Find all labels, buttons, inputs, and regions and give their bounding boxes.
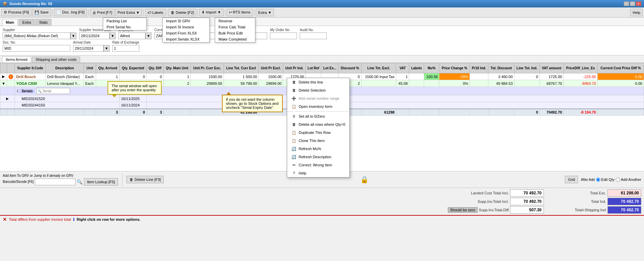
context-help-item[interactable]: ? Help (287, 169, 349, 177)
row-expand-1[interactable]: ▶ (0, 73, 7, 80)
cell-vat-1[interactable]: 1 (396, 73, 409, 80)
serials-tab[interactable]: Serials (20, 89, 35, 93)
tab-extra[interactable]: Extra (19, 19, 35, 26)
force-calc-total-item[interactable]: Force Calc Total (215, 24, 255, 30)
delete-this-line-item[interactable]: 🗑 Delete this line (287, 78, 349, 86)
delete-button[interactable]: 🗑 Delete [F2] (168, 9, 196, 16)
save-button[interactable]: 💾 Save (32, 9, 51, 16)
refresh-description-item[interactable]: 🔄 Refresh Description (287, 153, 349, 161)
cell-unit-pr-excl-1[interactable]: 1500.00 (259, 73, 283, 80)
cell-vat-amount-1[interactable]: 1725.00 (539, 73, 564, 80)
employee-input[interactable] (118, 32, 145, 39)
cell-current-cost-2[interactable]: 0.00 (597, 80, 644, 87)
packing-list-item[interactable]: Packing List (103, 18, 146, 24)
employee-dropdown[interactable]: ▼ (145, 32, 152, 39)
cell-supplier-code-1[interactable]: Drill Bosch (15, 73, 45, 80)
process-button[interactable]: ⚙ Process [F9] (1, 9, 31, 16)
cell-line-tot-excl-1[interactable]: 1500.00 Input Tax (361, 73, 396, 80)
tab-stats[interactable]: Stats (36, 19, 51, 26)
rate-input[interactable] (112, 45, 139, 52)
cell-description-2[interactable]: Lenovo Ideapad Y... (46, 80, 84, 87)
cell-qty-expected-1[interactable]: 0 (119, 73, 146, 80)
make-completed-item[interactable]: Make Completed (215, 36, 255, 42)
minimize-button[interactable]: ─ (624, 1, 629, 6)
cell-unit-1[interactable]: Each (84, 73, 96, 80)
print-button[interactable]: 🖨 Print [F7] (90, 9, 115, 16)
import-button[interactable]: ⬇ Import ▼ (199, 9, 223, 16)
import-serials-xlsx-item[interactable]: Import Serials XLSX (163, 36, 209, 42)
item-lookup-button[interactable]: Item Lookup [F5] (84, 178, 118, 186)
cell-vat-2[interactable]: 45.08 (396, 80, 409, 87)
correct-wrong-item[interactable]: ✏ Correct: Wrong Item (287, 161, 349, 169)
add-another-option[interactable]: Add Another (616, 177, 641, 182)
should-be-zero-button[interactable]: Should be zero (448, 207, 478, 213)
cell-tot-discount-2[interactable]: 49 884.53 (488, 80, 514, 87)
delete-zero-rows-item[interactable]: 🗑 Delete all rows where Qty=0 (287, 120, 349, 128)
doc-img-button[interactable]: 📄 Doc. Img [F8] (54, 9, 87, 16)
refresh-mu-item[interactable]: 🔄 Refresh Mu% (287, 145, 349, 153)
my-order-no-input[interactable] (270, 32, 297, 39)
cell-line-tot-excl-2[interactable] (361, 80, 396, 87)
audit-no-input[interactable] (300, 32, 327, 39)
cell-mu-2[interactable] (424, 80, 439, 87)
close-button[interactable]: ✕ (636, 1, 641, 6)
row-expand-2[interactable]: ▼ (0, 80, 7, 87)
add-another-radio[interactable] (616, 177, 620, 182)
cell-line-tot-curr-2[interactable]: 59 798.00 (224, 80, 259, 87)
edit-qty-option[interactable]: Edit Qty (596, 177, 614, 182)
duplicate-row-item[interactable]: 📋 Duplicate This Row (287, 128, 349, 137)
rts-items-button[interactable]: ↩ RTS Items (227, 9, 253, 16)
cell-pr10-2[interactable] (470, 80, 488, 87)
cell-labels-1[interactable] (409, 73, 424, 80)
extra-button[interactable]: Extra ▼ (256, 9, 274, 16)
bulk-price-edit-item[interactable]: Bulk Price Edit (215, 30, 255, 36)
reverse-item[interactable]: Reverse (215, 18, 255, 24)
set-all-zero-item[interactable]: 0 Set all to 0/Zero (287, 112, 349, 120)
cell-unit-pr-curr-2[interactable]: 29899.00 (191, 80, 224, 87)
cell-line-tot-ind-2[interactable] (514, 80, 539, 87)
grid-button[interactable]: Grid (565, 176, 578, 183)
cell-unit-pr-excl-2[interactable]: 29899.00 (259, 80, 283, 87)
cell-price-diff-1[interactable]: -225.00 (564, 73, 597, 80)
import-from-xlsx-item[interactable]: Import From XLSX (163, 30, 209, 36)
cell-qty-main-2[interactable]: 2 (163, 80, 190, 87)
print-serial-no-item[interactable]: Print Serial No. (103, 24, 146, 30)
arrival-date-dropdown[interactable]: ▼ (104, 45, 110, 52)
cell-line-tot-curr-1[interactable]: 1 500.00 (224, 73, 259, 80)
cell-description-1[interactable]: Drill Bosch (Similar) (46, 73, 84, 80)
doc-no-input[interactable] (3, 45, 70, 52)
delete-line-button[interactable]: 🗑 Delete Line [F3] (127, 176, 164, 183)
clone-item-item[interactable]: 📋 Clone This Item (287, 137, 349, 145)
cell-qty-main-1[interactable]: 1 (163, 73, 190, 80)
delete-selection-item[interactable]: 🗑 Delete Selection (287, 86, 349, 94)
supplier-dropdown-btn[interactable]: ▼ (70, 32, 76, 39)
cell-price-change-1[interactable]: -28% (439, 73, 470, 80)
labels-button[interactable]: 🏷 Labels (145, 9, 165, 16)
cell-unit-pr-curr-1[interactable]: 1500.00 (191, 73, 224, 80)
import-si-invoice-item[interactable]: Import SI Invoice (163, 24, 209, 30)
maximize-button[interactable]: □ (630, 1, 635, 6)
print-extra-button[interactable]: Print Extra ▼ (115, 9, 142, 16)
supplier-invoice-date-dropdown[interactable]: ▼ (110, 32, 116, 39)
open-inventory-item[interactable]: 📋 Open inventory form (287, 102, 349, 111)
supplier-input[interactable] (3, 32, 70, 39)
cell-vat-amount-2[interactable]: 68767.70 (539, 80, 564, 87)
cell-mu-1[interactable]: 100.58 (424, 73, 439, 80)
sub-tab-items-arrived[interactable]: Items Arrived (2, 56, 31, 63)
cell-qty-arrived-1[interactable]: 1 (96, 73, 119, 80)
cell-current-cost-1[interactable]: 0.00 (597, 73, 644, 80)
tab-main[interactable]: Main (2, 19, 18, 26)
barcode-input[interactable] (35, 179, 75, 185)
cell-supplier-code-2[interactable]: YOGA C930 (15, 80, 45, 87)
cell-tot-discount-1[interactable]: 3 460.00 (488, 73, 514, 80)
cell-price-change-2[interactable]: 0% (439, 80, 470, 87)
supplier-invoice-date-input[interactable] (79, 32, 110, 39)
cell-price-diff-2[interactable]: -8969.70 (564, 80, 597, 87)
edit-qty-radio[interactable] (596, 177, 600, 182)
help-button[interactable]: Help (630, 9, 643, 16)
cell-qty-diff-1[interactable]: 0 (146, 73, 163, 80)
add-serial-range-item[interactable]: ➕ Add serial number range (287, 94, 349, 102)
cell-line-tot-ind-1[interactable]: 0 (514, 73, 539, 80)
import-si-grv-item[interactable]: Import SI GRV (163, 18, 209, 24)
cell-unit-2[interactable]: Each (84, 80, 96, 87)
